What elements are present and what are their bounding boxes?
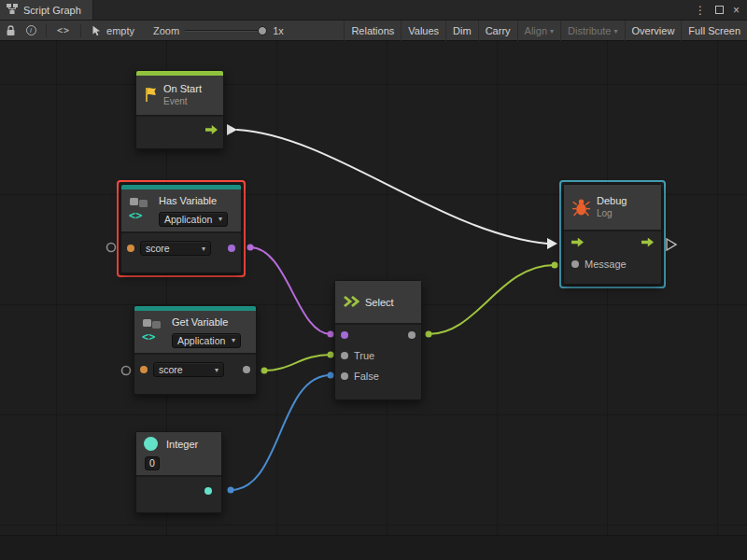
integer-output-port[interactable]: [204, 487, 212, 495]
script-graph-icon: [7, 4, 18, 16]
variable-name-input-port[interactable]: [127, 245, 134, 252]
full-screen-button[interactable]: Full Screen: [681, 21, 747, 41]
values-button[interactable]: Values: [401, 21, 445, 41]
distribute-button[interactable]: Distribute▾: [560, 21, 624, 41]
zoom-slider-handle[interactable]: [258, 26, 267, 35]
get-variable-unconnected-input-port[interactable]: [122, 367, 131, 375]
boolean-output-port[interactable]: [228, 245, 235, 252]
zoom-slider-track[interactable]: [185, 30, 267, 32]
variable-icon: <>: [142, 318, 166, 345]
node-title: Select: [365, 297, 394, 308]
menu-icon[interactable]: ⋮: [695, 5, 706, 16]
wire-has-variable-to-select[interactable]: [250, 247, 331, 334]
info-icon[interactable]: i: [21, 21, 41, 41]
svg-text:<>: <>: [142, 330, 155, 343]
has-variable-unconnected-input-port[interactable]: [107, 244, 116, 252]
graph-canvas[interactable]: On Start Event <> Has Variable: [0, 41, 747, 560]
bug-icon: [571, 197, 591, 218]
value-output-port[interactable]: [243, 366, 250, 373]
zoom-label: Zoom: [153, 25, 179, 36]
node-title: Debug: [597, 195, 627, 207]
relations-button[interactable]: Relations: [344, 21, 401, 41]
condition-input-port[interactable]: [341, 331, 348, 339]
node-has-variable-selection: <> Has Variable Application ▾ score ▾: [117, 180, 246, 277]
node-title: On Start: [163, 83, 202, 95]
trigger-output-port[interactable]: [205, 125, 218, 134]
maximize-icon[interactable]: [715, 6, 724, 14]
selection-status: empty: [86, 25, 140, 36]
node-integer[interactable]: Integer 0: [135, 431, 222, 513]
flag-icon: [144, 87, 158, 105]
continuation-arrow-icon: [667, 239, 676, 250]
port-label: False: [354, 371, 379, 382]
wire-get-variable-to-select-true[interactable]: [264, 355, 331, 371]
variable-icon: <>: [129, 197, 153, 224]
variable-scope-dropdown[interactable]: Application ▾: [172, 333, 241, 348]
variable-name-input-port[interactable]: [140, 366, 148, 373]
node-on-start[interactable]: On Start Event: [135, 70, 224, 149]
integer-value-field[interactable]: 0: [145, 456, 160, 470]
node-debug-log[interactable]: Debug Log Message: [563, 184, 662, 285]
trigger-input-port[interactable]: [571, 238, 584, 247]
align-button[interactable]: Align▾: [517, 21, 560, 41]
cursor-icon: [92, 25, 102, 36]
code-preview-toggle[interactable]: <>: [51, 25, 76, 35]
true-input-port[interactable]: [341, 352, 348, 359]
variable-name-dropdown[interactable]: score ▾: [153, 362, 224, 377]
toolbar-separator: [80, 24, 81, 37]
wire-start-arrow-icon: [227, 124, 237, 135]
chevron-down-icon: ▾: [218, 215, 222, 223]
lock-icon[interactable]: [0, 21, 21, 41]
chevron-down-icon: ▾: [202, 245, 205, 253]
dim-button[interactable]: Dim: [445, 21, 478, 41]
chevron-down-icon: ▾: [232, 336, 235, 344]
node-title: Get Variable: [172, 316, 248, 328]
port-label: True: [354, 350, 374, 361]
wire-on-start-to-debug-log[interactable]: [237, 130, 547, 244]
node-subtitle: Log: [597, 208, 627, 219]
variable-scope-dropdown[interactable]: Application ▾: [159, 212, 228, 227]
integer-icon: [144, 437, 158, 451]
chevron-down-icon: ▾: [614, 27, 618, 35]
empty-label: empty: [106, 25, 134, 36]
node-has-variable[interactable]: <> Has Variable Application ▾ score ▾: [120, 184, 242, 273]
node-debug-log-selection: Debug Log Message: [559, 180, 666, 288]
message-input-port[interactable]: [571, 260, 579, 268]
variable-name-dropdown[interactable]: score ▾: [140, 241, 211, 256]
tab-script-graph[interactable]: Script Graph: [0, 0, 93, 20]
svg-text:<>: <>: [129, 209, 142, 222]
false-input-port[interactable]: [341, 372, 348, 380]
overview-button[interactable]: Overview: [625, 21, 682, 41]
canvas-bottom-strip: [0, 535, 747, 560]
toolbar-separator: [46, 24, 47, 37]
zoom-slider[interactable]: [185, 21, 267, 41]
node-subtitle: Event: [163, 96, 202, 107]
port-label: Message: [585, 259, 627, 270]
select-icon: [343, 295, 359, 310]
unity-visual-scripting-window: Script Graph ⋮ × i <> empty Zoom 1x Rela…: [0, 0, 747, 560]
close-icon[interactable]: ×: [733, 5, 740, 16]
chevron-down-icon: ▾: [550, 27, 554, 35]
chevron-down-icon: ▾: [215, 366, 218, 374]
node-get-variable[interactable]: <> Get Variable Application ▾ score ▾: [134, 305, 257, 395]
node-select[interactable]: Select True False: [334, 280, 422, 400]
zoom-value: 1x: [273, 25, 284, 36]
selection-output-port[interactable]: [408, 331, 416, 339]
window-controls: ⋮ ×: [695, 0, 747, 20]
graph-toolbar: i <> empty Zoom 1x Relations Values Dim …: [0, 21, 747, 41]
trigger-output-port[interactable]: [641, 238, 654, 247]
node-title: Has Variable: [159, 195, 233, 206]
node-title: Integer: [166, 439, 214, 450]
wire-end-arrow-icon: [547, 238, 557, 249]
tab-title: Script Graph: [23, 5, 81, 16]
titlebar: Script Graph ⋮ ×: [0, 0, 747, 21]
carry-button[interactable]: Carry: [478, 21, 517, 41]
wire-select-to-debug-message[interactable]: [429, 265, 555, 334]
